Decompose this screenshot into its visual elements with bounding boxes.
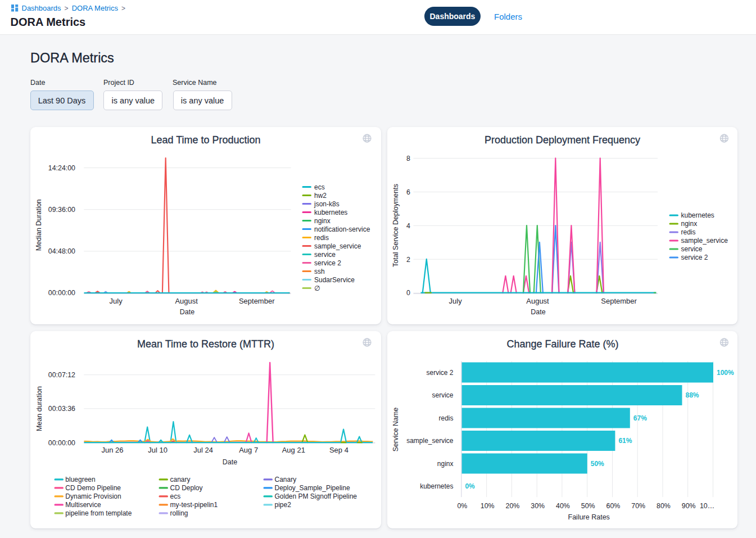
svg-text:nginx: nginx bbox=[314, 216, 331, 224]
svg-text:Change Failure Rate (%): Change Failure Rate (%) bbox=[506, 338, 618, 350]
svg-text:60%: 60% bbox=[606, 501, 620, 509]
svg-text:Canary: Canary bbox=[274, 476, 296, 483]
svg-text:∅: ∅ bbox=[314, 284, 320, 292]
svg-text:pipe2: pipe2 bbox=[274, 501, 291, 509]
svg-text:Jun 26: Jun 26 bbox=[101, 446, 123, 454]
svg-text:Jul 24: Jul 24 bbox=[193, 446, 213, 454]
svg-text:pipeline from template: pipeline from template bbox=[65, 509, 132, 517]
svg-text:bluegreen: bluegreen bbox=[65, 476, 95, 483]
svg-text:nginx: nginx bbox=[681, 220, 697, 228]
svg-text:CD Demo Pipeline: CD Demo Pipeline bbox=[65, 484, 121, 492]
svg-text:notification-service: notification-service bbox=[314, 225, 370, 233]
svg-text:Lead Time to Production: Lead Time to Production bbox=[151, 134, 260, 146]
svg-text:Failure Rates: Failure Rates bbox=[568, 513, 609, 521]
svg-text:100%: 100% bbox=[717, 368, 734, 376]
svg-text:10%: 10% bbox=[480, 501, 494, 509]
svg-text:Multiservice: Multiservice bbox=[65, 501, 101, 509]
svg-text:4: 4 bbox=[406, 221, 410, 229]
svg-text:sample_service: sample_service bbox=[314, 242, 361, 250]
svg-text:service 2: service 2 bbox=[681, 254, 708, 261]
svg-text:kubernetes: kubernetes bbox=[420, 482, 453, 490]
svg-text:Mean Time to Restore (MTTR): Mean Time to Restore (MTTR) bbox=[137, 338, 274, 350]
svg-text:Sep 4: Sep 4 bbox=[329, 446, 348, 454]
svg-text:30%: 30% bbox=[531, 501, 545, 509]
svg-text:hw2: hw2 bbox=[314, 191, 327, 199]
svg-text:90%: 90% bbox=[681, 501, 695, 509]
svg-text:ecs: ecs bbox=[314, 183, 325, 191]
svg-text:67%: 67% bbox=[633, 414, 646, 422]
svg-text:Service Name: Service Name bbox=[392, 407, 400, 451]
svg-text:14:24:00: 14:24:00 bbox=[48, 164, 75, 171]
svg-text:Aug 21: Aug 21 bbox=[282, 446, 305, 454]
svg-text:10…: 10… bbox=[699, 501, 714, 509]
svg-text:canary: canary bbox=[170, 476, 190, 483]
svg-text:sample_service: sample_service bbox=[406, 437, 454, 445]
svg-text:Production Deployment Frequenc: Production Deployment Frequency bbox=[484, 134, 640, 146]
svg-text:service: service bbox=[681, 245, 702, 253]
svg-text:Date: Date bbox=[222, 458, 237, 466]
svg-text:my-test-pipelin1: my-test-pipelin1 bbox=[170, 501, 218, 509]
svg-text:Deploy_Sample_Pipeline: Deploy_Sample_Pipeline bbox=[274, 484, 350, 492]
svg-text:nginx: nginx bbox=[437, 459, 453, 467]
svg-text:0%: 0% bbox=[457, 501, 467, 509]
svg-text:redis: redis bbox=[438, 414, 453, 422]
svg-text:04:48:00: 04:48:00 bbox=[48, 247, 75, 255]
svg-text:September: September bbox=[601, 297, 637, 305]
svg-text:service: service bbox=[314, 250, 336, 258]
svg-text:00:07:12: 00:07:12 bbox=[48, 371, 75, 379]
svg-text:00:00:00: 00:00:00 bbox=[48, 438, 75, 446]
svg-text:sample_service: sample_service bbox=[681, 237, 728, 245]
svg-text:0: 0 bbox=[406, 289, 410, 297]
svg-text:80%: 80% bbox=[657, 501, 671, 509]
svg-text:kubernetes: kubernetes bbox=[314, 208, 347, 216]
svg-text:service 2: service 2 bbox=[314, 259, 341, 266]
svg-text:Date: Date bbox=[179, 308, 194, 315]
svg-text:61%: 61% bbox=[618, 437, 632, 445]
svg-text:2: 2 bbox=[406, 255, 410, 263]
svg-text:50%: 50% bbox=[581, 501, 595, 509]
svg-text:json-k8s: json-k8s bbox=[314, 200, 339, 207]
svg-text:Dynamic Provision: Dynamic Provision bbox=[65, 492, 121, 500]
svg-text:Total Service Deployments: Total Service Deployments bbox=[392, 184, 400, 267]
svg-text:CD Deploy: CD Deploy bbox=[170, 484, 202, 492]
svg-text:00:03:36: 00:03:36 bbox=[48, 405, 75, 413]
svg-text:6: 6 bbox=[406, 188, 410, 196]
svg-text:service 2: service 2 bbox=[426, 368, 453, 376]
svg-text:redis: redis bbox=[314, 233, 329, 241]
svg-text:Date: Date bbox=[531, 308, 545, 315]
svg-text:50%: 50% bbox=[590, 459, 604, 467]
svg-text:88%: 88% bbox=[685, 391, 699, 399]
svg-text:09:36:00: 09:36:00 bbox=[48, 206, 75, 214]
svg-text:Aug 7: Aug 7 bbox=[239, 446, 258, 454]
svg-text:kubernetes: kubernetes bbox=[681, 211, 714, 219]
svg-text:July: July bbox=[109, 297, 123, 305]
svg-text:ecs: ecs bbox=[170, 492, 180, 500]
svg-text:service: service bbox=[432, 391, 453, 399]
svg-text:40%: 40% bbox=[556, 501, 570, 509]
svg-text:SudarService: SudarService bbox=[314, 275, 355, 283]
svg-text:0%: 0% bbox=[465, 482, 475, 490]
svg-text:8: 8 bbox=[406, 154, 410, 162]
svg-text:July: July bbox=[449, 297, 462, 305]
svg-text:August: August bbox=[175, 297, 198, 305]
svg-text:Golden PM Signoff Pipeline: Golden PM Signoff Pipeline bbox=[274, 492, 357, 500]
svg-text:rolling: rolling bbox=[170, 509, 188, 517]
svg-text:redis: redis bbox=[681, 228, 695, 236]
svg-text:September: September bbox=[238, 297, 274, 305]
svg-text:August: August bbox=[526, 297, 549, 305]
svg-text:20%: 20% bbox=[505, 501, 519, 509]
svg-text:Median Duration: Median Duration bbox=[35, 199, 43, 251]
svg-text:Mean duration: Mean duration bbox=[35, 386, 43, 431]
svg-text:70%: 70% bbox=[631, 501, 645, 509]
svg-text:ssh: ssh bbox=[314, 267, 325, 275]
svg-text:Jul 10: Jul 10 bbox=[148, 446, 168, 454]
svg-text:00:00:00: 00:00:00 bbox=[48, 289, 75, 297]
